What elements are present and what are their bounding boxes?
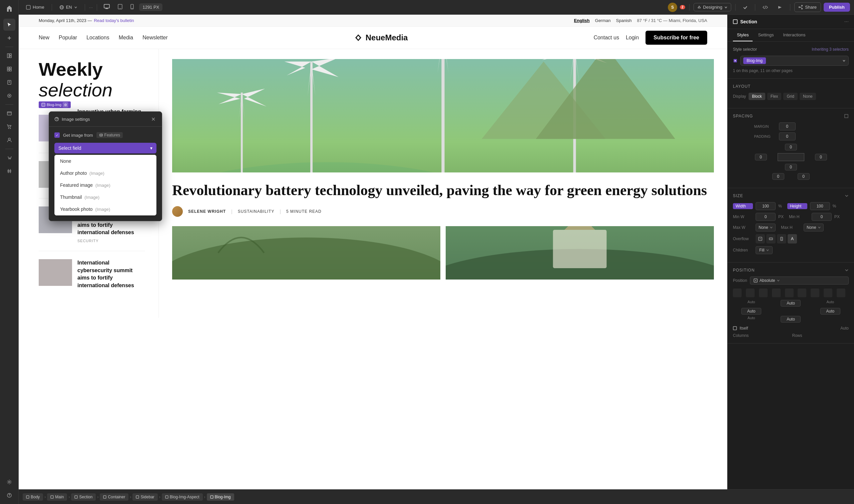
pos-br[interactable] — [837, 289, 845, 297]
right-spacing[interactable] — [815, 154, 827, 160]
dots-menu[interactable]: ··· — [89, 5, 93, 10]
bulletin-link[interactable]: Read today's bulletin — [94, 18, 134, 23]
svg-rect-6 — [10, 67, 11, 69]
max-w-select[interactable]: None — [756, 223, 776, 232]
section-bc-icon — [74, 495, 78, 499]
toolbar-cms[interactable] — [3, 107, 15, 120]
subscribe-btn[interactable]: Subscribe for free — [646, 31, 707, 45]
size-collapse-icon[interactable] — [844, 194, 849, 198]
dropdown-author-photo[interactable]: Author photo (Image) — [55, 167, 156, 179]
overflow-auto[interactable]: A — [787, 234, 797, 244]
nav-contact[interactable]: Contact us — [594, 35, 619, 41]
pos-mr[interactable] — [798, 289, 806, 297]
breadcrumb-body[interactable]: Body — [23, 493, 43, 501]
height-input[interactable] — [810, 202, 830, 210]
pos-input-bottom[interactable] — [781, 316, 801, 323]
min-h-input[interactable] — [812, 213, 832, 221]
margin-input[interactable] — [779, 122, 796, 130]
position-collapse-icon[interactable] — [844, 268, 849, 272]
check-btn[interactable] — [740, 4, 751, 11]
code-btn[interactable] — [759, 4, 771, 11]
toolbar-settings[interactable] — [3, 476, 15, 488]
nav-locations[interactable]: Locations — [86, 35, 109, 41]
dropdown-yearbook[interactable]: Yearbook photo (Image) — [55, 203, 156, 215]
preview-btn[interactable] — [774, 4, 786, 11]
children-select[interactable]: Fill — [756, 246, 773, 254]
breadcrumb-blog-img-aspect[interactable]: Blog-Img-Aspect — [162, 493, 203, 501]
overflow-hidden[interactable] — [756, 234, 765, 244]
pos-bl[interactable] — [811, 289, 819, 297]
locale-btn[interactable]: EN — [56, 3, 81, 11]
share-btn[interactable]: Share — [794, 2, 821, 12]
pos-bc[interactable] — [824, 289, 832, 297]
pos-input-left[interactable] — [741, 308, 761, 314]
toolbar-grid[interactable] — [3, 165, 15, 177]
padding-bottom-1[interactable] — [772, 173, 784, 180]
toolbar-divider-1 — [5, 47, 13, 47]
pos-input-top[interactable] — [781, 300, 801, 307]
device-mobile[interactable] — [128, 3, 137, 12]
nav-popular[interactable]: Popular — [59, 35, 77, 41]
tab-styles[interactable]: Styles — [733, 29, 752, 41]
select-field-btn[interactable]: Select field ▾ — [54, 143, 157, 154]
pos-mc[interactable] — [785, 289, 794, 297]
overflow-scroll-h[interactable] — [766, 234, 776, 244]
overflow-scroll-v[interactable] — [777, 234, 786, 244]
width-input[interactable] — [756, 202, 776, 210]
toolbar-users[interactable] — [3, 134, 15, 146]
popup-checkbox[interactable]: ✓ — [54, 132, 60, 138]
lang-de[interactable]: German — [595, 18, 611, 23]
lang-es[interactable]: Spanish — [616, 18, 632, 23]
dropdown-thumbnail[interactable]: Thumbnail (Image) — [55, 191, 156, 203]
toolbar-cursor[interactable] — [3, 19, 15, 31]
toolbar-components[interactable] — [3, 63, 15, 75]
left-spacing[interactable] — [755, 154, 767, 160]
position-type-select[interactable]: Absolute — [750, 276, 849, 285]
toolbar-pages[interactable] — [3, 76, 15, 88]
display-none[interactable]: None — [800, 93, 816, 100]
nav-media[interactable]: Media — [119, 35, 133, 41]
toolbar-help[interactable] — [3, 489, 15, 501]
blog-img-settings-icon[interactable]: ⚙ — [63, 102, 68, 107]
tab-settings[interactable]: Settings — [754, 29, 778, 41]
nav-new[interactable]: New — [39, 35, 49, 41]
padding-bottom-2[interactable] — [798, 173, 810, 180]
selector-dropdown[interactable]: Blog-Img — [740, 56, 849, 66]
breadcrumb-section[interactable]: Section — [71, 493, 96, 501]
toolbar-add[interactable] — [3, 32, 15, 44]
dropdown-none[interactable]: None — [55, 155, 156, 167]
nav-login[interactable]: Login — [626, 35, 639, 41]
site-name-btn[interactable]: Home — [23, 3, 48, 11]
device-desktop[interactable] — [101, 3, 112, 12]
breadcrumb-blog-img[interactable]: Blog-Img — [207, 493, 234, 501]
top-spacing[interactable] — [785, 144, 797, 150]
designing-btn[interactable]: Designing — [693, 3, 731, 11]
tab-interactions[interactable]: Interactions — [779, 29, 809, 41]
pos-ml[interactable] — [772, 289, 781, 297]
panel-dots[interactable]: ··· — [844, 19, 849, 25]
pos-input-right[interactable] — [820, 308, 840, 314]
display-grid[interactable]: Grid — [783, 93, 798, 100]
pos-tr[interactable] — [759, 289, 768, 297]
toolbar-layout[interactable] — [3, 50, 15, 62]
breadcrumb-sidebar[interactable]: Sidebar — [132, 493, 158, 501]
pos-tc[interactable] — [746, 289, 755, 297]
breadcrumb-container[interactable]: Container — [100, 493, 128, 501]
min-w-input[interactable] — [756, 213, 776, 221]
toolbar-variables[interactable] — [3, 152, 15, 164]
publish-btn[interactable]: Publish — [824, 3, 850, 12]
popup-close-btn[interactable]: ✕ — [150, 116, 157, 122]
pos-tl[interactable] — [733, 289, 742, 297]
toolbar-assets[interactable] — [3, 90, 15, 102]
device-tablet[interactable] — [115, 3, 125, 12]
max-h-select[interactable]: None — [804, 223, 824, 232]
toolbar-ecommerce[interactable] — [3, 121, 15, 133]
nav-newsletter[interactable]: Newsletter — [142, 35, 168, 41]
dropdown-featured-image[interactable]: Featured image (Image) — [55, 179, 156, 191]
padding-input[interactable] — [779, 132, 796, 140]
lang-en[interactable]: English — [574, 18, 590, 23]
display-block[interactable]: Block — [749, 93, 765, 100]
breadcrumb-main[interactable]: Main — [47, 493, 67, 501]
display-flex[interactable]: Flex — [767, 93, 782, 100]
bottom-spacing[interactable] — [785, 164, 797, 170]
